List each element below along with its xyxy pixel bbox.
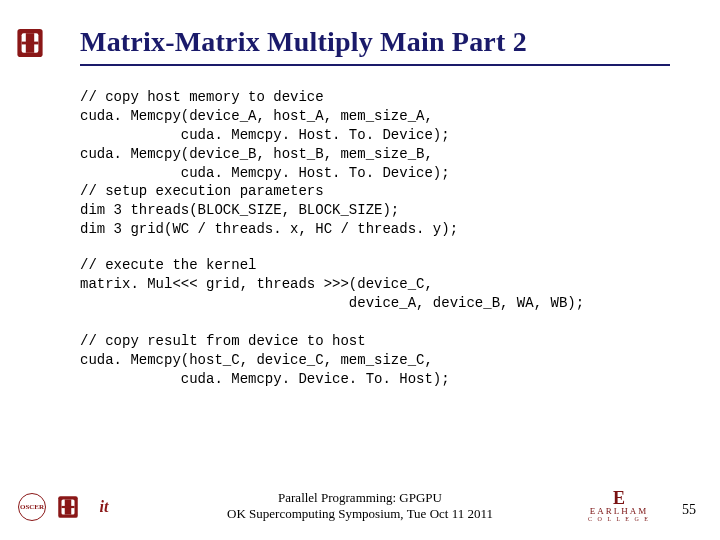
footer-line2: OK Supercomputing Symposium, Tue Oct 11 … (227, 506, 493, 521)
slide-number: 55 (682, 502, 696, 518)
ou-logo-icon (16, 26, 44, 60)
footer: OSCER it Parallel Programming: GPGPU OK … (0, 482, 720, 528)
slide-title: Matrix-Matrix Multiply Main Part 2 (80, 26, 527, 58)
title-underline (80, 64, 670, 66)
code-block-2: // execute the kernel matrix. Mul<<< gri… (80, 256, 584, 313)
svg-rect-3 (22, 42, 39, 45)
code-block-3: // copy result from device to host cuda.… (80, 332, 450, 389)
earlham-logo-icon: E EARLHAM C O L L E G E (588, 490, 650, 522)
footer-line1: Parallel Programming: GPGPU (278, 490, 442, 505)
code-block-1: // copy host memory to device cuda. Memc… (80, 88, 458, 239)
